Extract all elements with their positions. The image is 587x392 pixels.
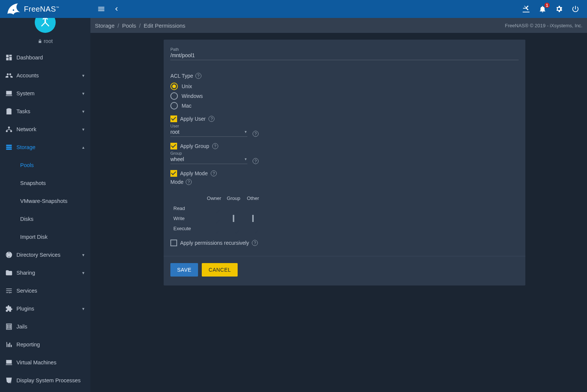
chevron-down-icon: ▼ [81, 127, 85, 132]
chevron-down-icon: ▼ [81, 92, 85, 96]
topbar: FreeNAS™ 1 [0, 0, 587, 18]
apply-group-checkbox[interactable] [170, 143, 177, 149]
menu-icon[interactable] [97, 5, 105, 13]
sidebar-item-snapshots[interactable]: Snapshots [0, 174, 90, 192]
form-buttons: SAVE CANCEL [170, 263, 519, 277]
storage-icon [5, 143, 16, 151]
chevron-left-icon[interactable] [112, 5, 120, 13]
storage-submenu: Pools Snapshots VMware-Snapshots Disks I… [0, 156, 90, 246]
sidebar-item-vm[interactable]: Virtual Machines [0, 354, 90, 371]
path-value[interactable]: /mnt/pool1 [170, 52, 519, 60]
sidebar: root Dashboard Accounts ▼ System ▼ Tasks… [0, 18, 90, 392]
sidebar-item-import-disk[interactable]: Import Disk [0, 228, 90, 246]
help-icon[interactable]: ? [208, 116, 214, 122]
mode-row-read: Read [170, 203, 263, 213]
sidebar-item-plugins[interactable]: Plugins ▼ [0, 300, 90, 318]
system-icon [5, 90, 16, 97]
user-avatar-icon [35, 18, 56, 33]
svg-rect-0 [523, 12, 529, 12]
sidebar-item-dashboard[interactable]: Dashboard [0, 49, 90, 67]
group-select[interactable]: wheel ▼ [170, 155, 247, 164]
help-icon[interactable]: ? [253, 158, 259, 164]
help-icon[interactable]: ? [186, 179, 192, 185]
sidebar-item-directory-services[interactable]: Directory Services ▼ [0, 246, 90, 264]
brand-logo[interactable]: FreeNAS™ [0, 0, 90, 18]
group-label: Group [170, 151, 519, 155]
brand-name: FreeNAS™ [24, 5, 59, 13]
help-icon[interactable]: ? [212, 143, 218, 149]
services-icon [5, 287, 16, 294]
chevron-down-icon: ▼ [81, 307, 85, 311]
breadcrumb-pools[interactable]: Pools [122, 22, 136, 29]
apply-user-checkbox[interactable] [170, 115, 177, 122]
sidebar-item-services[interactable]: Services [0, 282, 90, 300]
acl-type-mac[interactable]: Mac [170, 102, 519, 109]
chevron-down-icon: ▼ [244, 130, 247, 134]
help-icon[interactable]: ? [195, 73, 201, 79]
mode-table: Owner Group Other Read Write [170, 193, 263, 234]
notification-badge: 1 [544, 3, 550, 8]
apply-mode-row[interactable]: Apply Mode ? [170, 170, 519, 177]
user-box: root [0, 18, 90, 47]
directory-icon [5, 251, 16, 259]
mode-write-other[interactable] [252, 215, 254, 222]
plugins-icon [5, 305, 16, 312]
acl-type-label: ACL Type ? [170, 73, 519, 79]
tasks-icon [5, 108, 16, 115]
mode-header-row: Owner Group Other [170, 193, 263, 203]
apply-recursive-checkbox[interactable] [170, 240, 177, 246]
radio-icon [170, 83, 178, 90]
sidebar-item-pools[interactable]: Pools [0, 156, 90, 174]
breadcrumb-storage[interactable]: Storage [95, 22, 115, 29]
network-icon [5, 126, 16, 133]
breadcrumb-edit-permissions[interactable]: Edit Permissions [143, 22, 185, 29]
chevron-down-icon: ▼ [81, 109, 85, 114]
accounts-icon [5, 72, 16, 79]
path-label: Path [170, 47, 519, 52]
help-icon[interactable]: ? [211, 170, 217, 176]
chevron-down-icon: ▼ [81, 271, 85, 275]
apply-group-row[interactable]: Apply Group ? [170, 143, 519, 149]
help-icon[interactable]: ? [253, 131, 259, 137]
sidebar-item-vmware-snapshots[interactable]: VMware-Snapshots [0, 192, 90, 210]
sidebar-item-disks[interactable]: Disks [0, 210, 90, 228]
radio-icon [170, 92, 178, 100]
sidebar-item-network[interactable]: Network ▼ [0, 120, 90, 138]
apply-mode-checkbox[interactable] [170, 170, 177, 177]
chevron-down-icon: ▼ [244, 157, 247, 161]
mode-label: Mode ? [170, 179, 519, 185]
nav: Dashboard Accounts ▼ System ▼ Tasks ▼ Ne… [0, 47, 90, 392]
user-select[interactable]: root ▼ [170, 128, 247, 137]
radio-icon [170, 102, 178, 109]
save-button[interactable]: SAVE [170, 263, 198, 277]
sidebar-item-jails[interactable]: Jails [0, 318, 90, 336]
help-icon[interactable]: ? [252, 240, 258, 246]
sidebar-item-accounts[interactable]: Accounts ▼ [0, 67, 90, 84]
path-field: Path /mnt/pool1 [170, 47, 519, 60]
apply-recursive-row[interactable]: Apply permissions recursively ? [170, 240, 519, 246]
sidebar-item-sharing[interactable]: Sharing ▼ [0, 264, 90, 282]
sidebar-item-processes[interactable]: Display System Processes [0, 371, 90, 389]
acl-type-windows[interactable]: Windows [170, 92, 519, 100]
sidebar-item-reporting[interactable]: Reporting [0, 336, 90, 354]
shark-fin-icon [7, 3, 21, 15]
apply-user-row[interactable]: Apply User ? [170, 115, 519, 122]
mode-row-execute: Execute [170, 223, 263, 234]
sidebar-item-system[interactable]: System ▼ [0, 84, 90, 102]
dashboard-icon [5, 54, 16, 61]
gear-icon[interactable] [555, 5, 563, 13]
mode-write-group[interactable] [233, 215, 234, 222]
topbar-left-controls [90, 5, 120, 13]
edit-permissions-panel: Path /mnt/pool1 ACL Type ? Unix Windows [164, 40, 525, 285]
sidebar-item-tasks[interactable]: Tasks ▼ [0, 102, 90, 120]
copyright: FreeNAS® © 2019 - iXsystems, Inc. [505, 23, 583, 28]
topbar-right-controls: 1 [522, 5, 587, 13]
breadcrumb-bar: Storage / Pools / Edit Permissions FreeN… [90, 18, 587, 33]
mode-row-write: Write [170, 213, 263, 223]
theme-icon[interactable] [522, 5, 530, 13]
sidebar-item-storage[interactable]: Storage ▲ [0, 138, 90, 156]
processes-icon [5, 377, 16, 384]
power-icon[interactable] [571, 5, 580, 13]
cancel-button[interactable]: CANCEL [202, 263, 238, 277]
acl-type-unix[interactable]: Unix [170, 83, 519, 90]
